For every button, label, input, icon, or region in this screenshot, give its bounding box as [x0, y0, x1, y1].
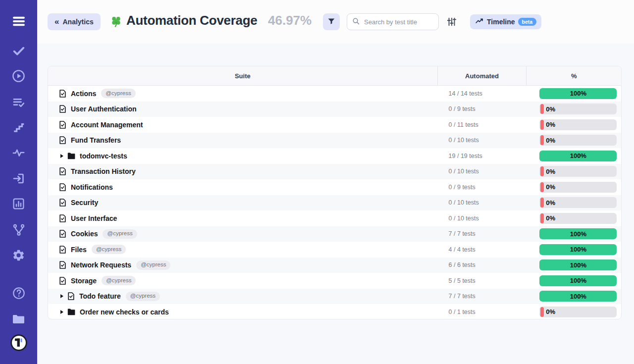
table-row[interactable]: Notifications0 / 9 tests0% — [48, 179, 621, 195]
automated-count: 0 / 1 tests — [437, 309, 527, 315]
table-row[interactable]: Transaction History0 / 10 tests0% — [48, 164, 621, 180]
file-check-icon — [59, 199, 66, 207]
percent-cell: 0% — [526, 213, 621, 224]
settings-gear-icon — [12, 249, 25, 264]
sidebar-item-help[interactable] — [0, 286, 37, 302]
analytics-back-button[interactable]: « Analytics — [48, 13, 101, 30]
sidebar-item-tests-check[interactable] — [0, 44, 37, 60]
suite-name[interactable]: Fund Transfers — [71, 136, 121, 144]
table-row[interactable]: User Interface0 / 10 tests0% — [48, 210, 621, 226]
tag-badge[interactable]: @cypress — [103, 229, 137, 239]
suite-cell: Notifications — [48, 183, 437, 191]
table-row[interactable]: Actions@cypress14 / 14 tests100% — [48, 86, 621, 102]
coverage-bar-label: 0% — [546, 104, 555, 114]
coverage-bar-red-segment — [540, 135, 544, 145]
sidebar-item-settings-gear[interactable] — [0, 249, 37, 264]
suite-name[interactable]: Todo feature — [79, 292, 121, 300]
sidebar-item-menu[interactable] — [0, 14, 37, 31]
file-check-icon — [59, 90, 66, 98]
suite-cell: Account Management — [48, 121, 437, 129]
suite-name[interactable]: Security — [71, 199, 98, 207]
adjustments-icon[interactable] — [446, 16, 457, 29]
suite-name[interactable]: Notifications — [71, 183, 113, 191]
suite-cell: Cookies@cypress — [48, 229, 437, 239]
coverage-bar-label: 100% — [539, 228, 617, 239]
automated-count: 4 / 4 tests — [437, 246, 527, 253]
tag-badge[interactable]: @cypress — [136, 260, 170, 270]
table-row[interactable]: Network Requests@cypress6 / 6 tests100% — [48, 258, 621, 273]
coverage-bar-red-segment — [540, 182, 544, 192]
search-box[interactable] — [347, 13, 439, 30]
automated-count: 7 / 7 tests — [437, 293, 527, 300]
sidebar-item-projects-folder[interactable] — [0, 312, 37, 328]
suite-name[interactable]: Actions — [71, 90, 96, 98]
table-row[interactable]: Account Management0 / 11 tests0% — [48, 117, 621, 133]
table-row[interactable]: Storage@cypress5 / 5 tests100% — [48, 273, 621, 289]
coverage-bar-red-segment — [540, 166, 544, 176]
suite-cell: Network Requests@cypress — [48, 260, 437, 270]
sidebar-item-runs-play[interactable] — [0, 69, 37, 85]
projects-folder-icon — [11, 312, 26, 328]
suite-name[interactable]: User Authentication — [71, 105, 137, 113]
tag-badge[interactable]: @cypress — [101, 89, 135, 98]
coverage-bar: 0% — [539, 166, 617, 177]
timeline-button[interactable]: Timeline beta — [470, 14, 541, 29]
coverage-bar-red-segment — [540, 198, 544, 208]
topbar: « Analytics Automation Coverage 46.97% — [37, 0, 634, 44]
table-row[interactable]: Security0 / 10 tests0% — [48, 195, 621, 211]
suite-cell: todomvc-tests — [48, 152, 437, 160]
caret-right-icon[interactable] — [60, 310, 63, 314]
tag-badge[interactable]: @cypress — [92, 245, 126, 254]
coverage-bar-label: 0% — [546, 166, 555, 177]
funnel-icon — [327, 17, 336, 27]
table-row[interactable]: Order new checks or cards0 / 1 tests0% — [48, 304, 621, 319]
suite-name[interactable]: Storage — [71, 277, 97, 285]
file-check-icon — [59, 136, 66, 144]
coverage-bar: 100% — [539, 151, 617, 161]
suite-name[interactable]: Network Requests — [71, 261, 131, 269]
table-row[interactable]: Files@cypress4 / 4 tests100% — [48, 242, 621, 258]
tests-check-icon — [12, 44, 26, 60]
sidebar-item-branches[interactable] — [0, 223, 37, 239]
filter-button[interactable] — [323, 13, 340, 30]
table-row[interactable]: todomvc-tests19 / 19 tests100% — [48, 148, 621, 164]
caret-right-icon[interactable] — [60, 294, 63, 298]
percent-cell: 0% — [526, 307, 621, 317]
sidebar-item-run-groups[interactable] — [0, 96, 37, 111]
sidebar-item-steps[interactable] — [0, 121, 37, 136]
sidebar-item-logo[interactable] — [0, 334, 37, 354]
folder-icon — [67, 153, 75, 159]
table-row[interactable]: Fund Transfers0 / 10 tests0% — [48, 133, 621, 149]
column-header-percent: % — [526, 66, 621, 85]
file-check-icon — [59, 167, 66, 175]
pulse-icon — [12, 146, 25, 161]
suite-cell: User Interface — [48, 214, 437, 222]
sidebar-item-import[interactable] — [0, 172, 37, 187]
coverage-bar-red-segment — [540, 104, 544, 114]
suite-name[interactable]: Files — [71, 246, 87, 254]
percent-cell: 100% — [526, 88, 621, 99]
coverage-bar-red-segment — [540, 120, 544, 130]
analytics-back-label: Analytics — [62, 18, 93, 26]
table-row[interactable]: Cookies@cypress7 / 7 tests100% — [48, 226, 621, 242]
suite-name[interactable]: User Interface — [71, 214, 117, 222]
suite-cell: Actions@cypress — [48, 89, 437, 98]
run-groups-icon — [12, 96, 25, 111]
suite-name[interactable]: Order new checks or cards — [80, 308, 169, 316]
sidebar-item-pulse[interactable] — [0, 146, 37, 161]
tag-badge[interactable]: @cypress — [126, 292, 160, 301]
percent-cell: 100% — [526, 291, 621, 302]
suite-name[interactable]: Account Management — [71, 121, 143, 129]
tag-badge[interactable]: @cypress — [102, 276, 136, 285]
suite-name[interactable]: Cookies — [71, 230, 98, 238]
sidebar-item-analytics-chart[interactable] — [0, 197, 37, 212]
suite-name[interactable]: Transaction History — [71, 167, 136, 175]
automated-count: 0 / 9 tests — [437, 105, 527, 112]
percent-cell: 0% — [526, 166, 621, 177]
table-row[interactable]: Todo feature@cypress7 / 7 tests100% — [48, 289, 621, 305]
suite-name[interactable]: todomvc-tests — [80, 152, 127, 160]
search-input[interactable] — [363, 18, 433, 26]
coverage-bar: 0% — [539, 213, 617, 224]
caret-right-icon[interactable] — [60, 154, 63, 158]
table-row[interactable]: User Authentication0 / 9 tests0% — [48, 102, 621, 117]
